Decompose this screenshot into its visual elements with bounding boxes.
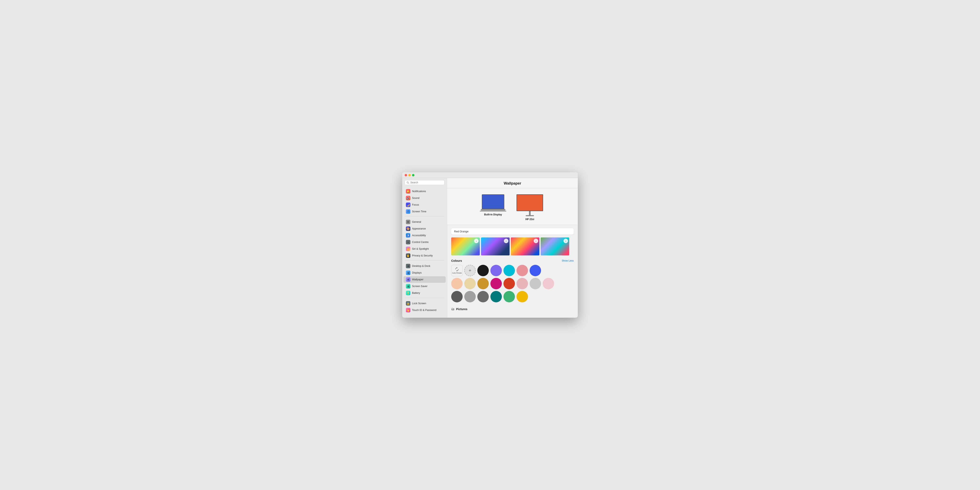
hp22xi-display-label: HP 22xi: [525, 218, 534, 221]
minimize-button[interactable]: [408, 174, 411, 177]
screen-saver-icon: 🖥: [406, 284, 410, 288]
sidebar-item-screen-time[interactable]: ⏱ Screen Time: [403, 208, 446, 215]
sidebar-item-lock-screen[interactable]: 🔒 Lock Screen: [403, 300, 446, 307]
sidebar-group-1: 🔔 Notifications 🔊 Sound 🌙 Focus ⏱ Screen…: [402, 188, 447, 215]
sidebar-item-label: Accessibility: [412, 234, 426, 237]
wallpaper-thumb-2[interactable]: ↓: [481, 237, 510, 255]
download-icon-2[interactable]: ↓: [504, 239, 508, 243]
sidebar-group-2: ⚙ General 🎨 Appearance ♿ Accessibility ≡…: [402, 218, 447, 259]
colours-title: Colours: [451, 259, 462, 262]
colour-purple[interactable]: [490, 265, 502, 276]
sidebar-item-sound[interactable]: 🔊 Sound: [403, 195, 446, 201]
accessibility-icon: ♿: [406, 233, 410, 238]
sidebar-item-displays[interactable]: 🖥 Displays: [403, 269, 446, 276]
sidebar-item-focus[interactable]: 🌙 Focus: [403, 202, 446, 208]
monitor-base: [526, 215, 534, 216]
sidebar-item-label: Sound: [412, 197, 419, 199]
sidebar-item-label: Lock Screen: [412, 302, 426, 305]
colour-dark-gray[interactable]: [451, 291, 463, 302]
screen-time-icon: ⏱: [406, 209, 410, 214]
built-in-display-item[interactable]: Built-in Display: [482, 194, 504, 221]
sidebar-item-general[interactable]: ⚙ General: [403, 219, 446, 225]
built-in-display-label: Built-in Display: [484, 213, 502, 216]
sidebar-group-3: 🖥 Desktop & Dock 🖥 Displays ❄ Wallpaper …: [402, 262, 447, 296]
sidebar-item-appearance[interactable]: 🎨 Appearance: [403, 225, 446, 232]
colour-light-pink[interactable]: [517, 278, 528, 289]
desktop-icon: 🖥: [406, 264, 410, 268]
system-preferences-window: 🔔 Notifications 🔊 Sound 🌙 Focus ⏱ Screen…: [402, 172, 578, 318]
close-button[interactable]: [405, 174, 407, 177]
colour-blue[interactable]: [530, 265, 541, 276]
colour-teal[interactable]: [490, 291, 502, 302]
colour-auto-rotate[interactable]: Auto-Rotate: [451, 265, 463, 276]
colour-pink[interactable]: [517, 265, 528, 276]
sidebar-item-control-centre[interactable]: ≡ Control Centre: [403, 239, 446, 245]
colour-cyan[interactable]: [503, 265, 515, 276]
sidebar: 🔔 Notifications 🔊 Sound 🌙 Focus ⏱ Screen…: [402, 178, 447, 318]
sidebar-item-siri-spotlight[interactable]: ✋ Siri & Spotlight: [403, 246, 446, 252]
sidebar-item-notifications[interactable]: 🔔 Notifications: [403, 188, 446, 194]
sidebar-item-privacy-security[interactable]: ✋ Privacy & Security: [403, 252, 446, 259]
titlebar: [402, 172, 578, 178]
wallpaper-thumb-3[interactable]: ↓: [511, 237, 539, 255]
download-icon-1[interactable]: ↓: [474, 239, 479, 243]
monitor-screen: [517, 194, 543, 211]
search-input[interactable]: [410, 181, 442, 184]
download-icon-4[interactable]: ↓: [563, 239, 568, 243]
colour-cream[interactable]: [464, 278, 476, 289]
laptop-base: [481, 209, 505, 211]
sidebar-item-label: Notifications: [412, 190, 426, 193]
focus-icon: 🌙: [406, 202, 410, 207]
sidebar-item-wallpaper[interactable]: ❄ Wallpaper: [403, 276, 446, 283]
sidebar-item-label: General: [412, 221, 421, 223]
battery-icon: 🔋: [406, 291, 410, 295]
download-icon-3[interactable]: ↓: [534, 239, 538, 243]
colour-magenta[interactable]: [490, 278, 502, 289]
colour-black[interactable]: [477, 265, 489, 276]
sidebar-item-accessibility[interactable]: ♿ Accessibility: [403, 232, 446, 239]
colours-row-3: [451, 291, 574, 302]
colour-slate[interactable]: [477, 291, 489, 302]
sidebar-item-label: Screen Saver: [412, 285, 428, 288]
colour-peach[interactable]: [451, 278, 463, 289]
colour-light-gray[interactable]: [530, 278, 541, 289]
sidebar-item-desktop-dock[interactable]: 🖥 Desktop & Dock: [403, 263, 446, 269]
wallpaper-thumb-4[interactable]: ↓: [541, 237, 569, 255]
colour-add-button[interactable]: +: [464, 265, 476, 276]
maximize-button[interactable]: [412, 174, 414, 177]
sidebar-item-touch-id[interactable]: 👆 Touch ID & Password: [403, 307, 446, 313]
sidebar-item-battery[interactable]: 🔋 Battery: [403, 290, 446, 296]
show-less-button[interactable]: Show Less: [562, 259, 574, 262]
colour-gold[interactable]: [477, 278, 489, 289]
current-wallpaper-tag: Red Orange: [451, 228, 574, 235]
colour-yellow[interactable]: [517, 291, 528, 302]
wallpaper-icon: ❄: [406, 277, 410, 282]
pictures-section[interactable]: 🗂 Pictures: [451, 306, 574, 311]
colour-green[interactable]: [503, 291, 515, 302]
appearance-icon: 🎨: [406, 226, 410, 231]
sidebar-item-label: Privacy & Security: [412, 254, 433, 257]
laptop-screen: [482, 194, 504, 209]
displays-icon: 🖥: [406, 270, 410, 275]
colour-pale-pink[interactable]: [542, 278, 554, 289]
content-area: 🔔 Notifications 🔊 Sound 🌙 Focus ⏱ Screen…: [402, 178, 578, 318]
add-icon: +: [469, 268, 471, 273]
sidebar-item-label: Siri & Spotlight: [412, 247, 429, 250]
general-icon: ⚙: [406, 220, 410, 224]
control-centre-icon: ≡: [406, 240, 410, 244]
privacy-icon: ✋: [406, 253, 410, 258]
wallpaper-thumbnails-strip: ↓ ↓ ↓ ↓: [451, 237, 574, 255]
sidebar-item-label: Control Centre: [412, 241, 428, 243]
sidebar-divider-2: [405, 260, 444, 261]
laptop-display: [482, 194, 504, 212]
wallpaper-thumb-1[interactable]: ↓: [451, 237, 480, 255]
search-bar[interactable]: [405, 180, 444, 185]
search-icon: [407, 181, 409, 184]
sidebar-item-screen-saver[interactable]: 🖥 Screen Saver: [403, 283, 446, 290]
lock-screen-icon: 🔒: [406, 301, 410, 305]
hp22xi-display-item[interactable]: HP 22xi: [517, 194, 543, 221]
colour-red[interactable]: [503, 278, 515, 289]
auto-rotate-icon: [455, 267, 459, 272]
colour-medium-gray[interactable]: [464, 291, 476, 302]
svg-marker-2: [456, 267, 458, 268]
